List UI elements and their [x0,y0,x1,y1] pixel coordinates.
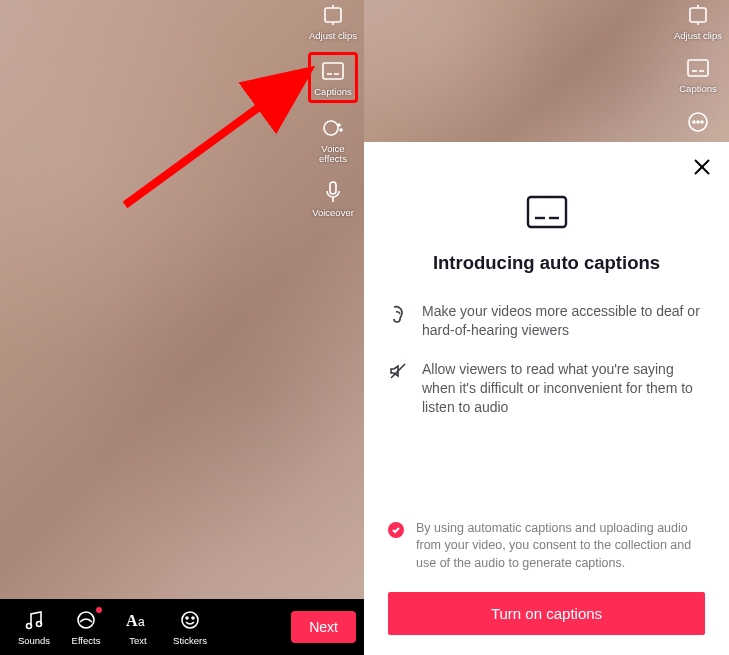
text-label: Text [129,635,146,646]
modal-title: Introducing auto captions [388,252,705,274]
right-toolbar: Adjust clips Captions [308,2,358,218]
effects-icon [74,608,98,632]
consent-row: By using automatic captions and uploadin… [388,520,705,573]
more-icon [685,109,711,135]
adjust-clips-icon [320,2,346,28]
svg-rect-23 [688,60,708,76]
effects-label: Effects [72,635,101,646]
benefit-row: Make your videos more accessible to deaf… [388,302,705,340]
voiceover-label: Voiceover [312,208,354,218]
next-button[interactable]: Next [291,611,356,643]
adjust-clips-button[interactable]: Adjust clips [308,2,358,41]
microphone-icon [320,179,346,205]
captions-label: Captions [679,84,717,94]
right-toolbar: Adjust clips Captions [673,2,723,135]
effects-button[interactable]: Effects [60,608,112,646]
svg-point-27 [693,121,695,123]
close-button[interactable] [693,158,711,180]
benefit-text: Allow viewers to read what you're saying… [422,360,705,417]
ear-icon [388,303,408,340]
svg-rect-3 [323,63,343,79]
svg-point-29 [701,121,703,123]
svg-rect-9 [330,182,336,194]
svg-point-14 [78,612,94,628]
bottom-toolbar: Sounds Effects A a [0,599,364,655]
benefit-row: Allow viewers to read what you're saying… [388,360,705,417]
voice-effects-label: Voice effects [319,144,347,165]
no-audio-icon [388,361,408,417]
adjust-clips-button[interactable]: Adjust clips [673,2,723,41]
svg-point-17 [182,612,198,628]
svg-point-8 [340,129,342,131]
captions-large-icon [525,194,569,234]
svg-point-12 [27,624,32,629]
captions-label: Captions [314,87,352,97]
text-button[interactable]: A a Text [112,608,164,646]
turn-on-captions-button[interactable]: Turn on captions [388,592,705,635]
stickers-label: Stickers [173,635,207,646]
sounds-button[interactable]: Sounds [8,608,60,646]
captions-button[interactable]: Captions [308,52,358,102]
svg-point-19 [192,617,194,619]
music-note-icon [22,608,46,632]
sounds-label: Sounds [18,635,50,646]
stickers-button[interactable]: Stickers [164,608,216,646]
voiceover-button[interactable]: Voiceover [308,179,358,218]
benefit-text: Make your videos more accessible to deaf… [422,302,705,340]
auto-captions-modal: Introducing auto captions Make your vide… [364,142,729,655]
svg-point-7 [338,124,340,126]
adjust-clips-label: Adjust clips [674,31,722,41]
captions-icon [685,55,711,81]
stickers-icon [178,608,202,632]
text-icon: A a [126,608,150,632]
editor-screen-right: Adjust clips Captions [364,0,729,655]
editor-screen-left: Adjust clips Captions [0,0,364,655]
svg-rect-32 [528,197,566,227]
captions-icon [320,58,346,84]
consent-checkbox[interactable] [388,522,404,538]
adjust-clips-icon [685,2,711,28]
voice-effects-button[interactable]: Voice effects [308,115,358,165]
svg-point-13 [37,622,42,627]
consent-text: By using automatic captions and uploadin… [416,520,705,573]
svg-point-28 [697,121,699,123]
voice-effects-icon [320,115,346,141]
captions-button[interactable]: Captions [673,55,723,94]
svg-point-18 [186,617,188,619]
svg-rect-0 [325,8,341,22]
svg-rect-20 [690,8,706,22]
svg-text:A: A [126,612,138,629]
close-icon [693,158,711,176]
svg-point-6 [324,121,338,135]
notification-dot-icon [96,607,102,613]
checkmark-icon [391,525,401,535]
more-button[interactable] [673,109,723,135]
adjust-clips-label: Adjust clips [309,31,357,41]
svg-text:a: a [138,615,145,629]
